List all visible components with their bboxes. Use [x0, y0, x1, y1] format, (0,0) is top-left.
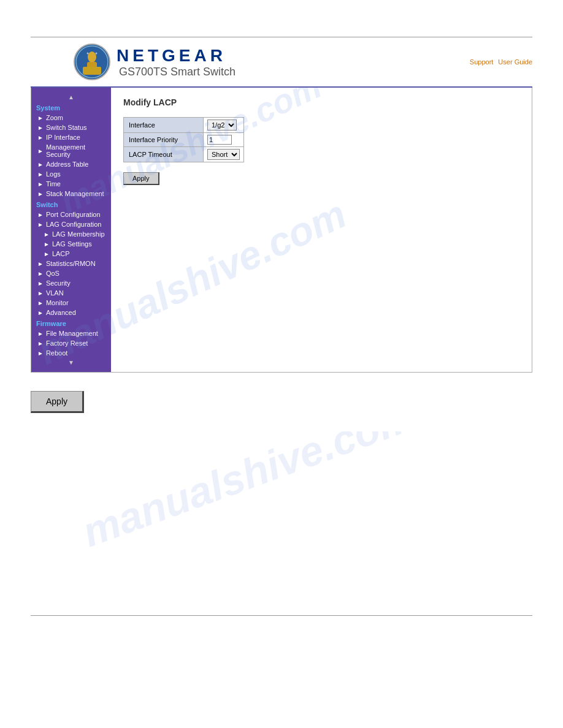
management-security-link[interactable]: Management Security	[46, 143, 107, 158]
address-table-link[interactable]: Address Table	[46, 161, 89, 168]
bullet-security: ►	[37, 280, 44, 287]
main-container: ▲ System ► Zoom ► Switch Status ► IP Int…	[31, 88, 532, 373]
stack-management-link[interactable]: Stack Management	[46, 190, 104, 197]
support-link[interactable]: Support	[470, 58, 494, 66]
sidebar-item-lacp[interactable]: ► LACP	[31, 249, 111, 259]
time-link[interactable]: Time	[46, 180, 61, 188]
interface-row: Interface 1/g1 1/g2 1/g3 1/g4	[124, 118, 244, 133]
bullet-mgmt-sec: ►	[37, 148, 44, 154]
priority-label: Interface Priority	[124, 133, 204, 147]
svg-point-5	[87, 53, 89, 55]
page-title: Modify LACP	[123, 97, 519, 107]
priority-input[interactable]	[207, 135, 232, 145]
switch-section-title: Switch	[31, 199, 111, 210]
bullet-ip-interface: ►	[37, 134, 44, 141]
netgear-logo	[74, 44, 110, 80]
priority-row: Interface Priority	[124, 133, 244, 147]
logs-link[interactable]: Logs	[46, 170, 61, 178]
timeout-value-cell: Short Long	[204, 147, 244, 162]
sidebar-item-management-security[interactable]: ► Management Security	[31, 142, 111, 159]
header: NETGEAR GS700TS Smart Switch Support Use…	[0, 37, 563, 86]
content-area-wrapper: manualshive.com manualshive.com ▲ System…	[0, 88, 563, 413]
port-configuration-link[interactable]: Port Configuration	[46, 211, 101, 218]
sidebar-item-file-management[interactable]: ► File Management	[31, 328, 111, 338]
sidebar-item-statistics-rmon[interactable]: ► Statistics/RMON	[31, 259, 111, 268]
bullet-monitor: ►	[37, 300, 44, 306]
sidebar-item-ip-interface[interactable]: ► IP Interface	[31, 132, 111, 142]
sidebar-item-lag-membership[interactable]: ► LAG Membership	[31, 229, 111, 239]
bullet-factory-reset: ►	[37, 340, 44, 347]
sidebar-item-lag-config[interactable]: ► LAG Configuration	[31, 219, 111, 229]
bullet-logs: ►	[37, 171, 44, 178]
product-name: GS700TS Smart Switch	[119, 66, 236, 78]
svg-rect-3	[87, 62, 97, 69]
bullet-lag-config: ►	[37, 221, 44, 228]
sidebar-item-address-table[interactable]: ► Address Table	[31, 159, 111, 169]
main-content: Modify LACP Interface 1/g1 1/g2 1/g3 1/g…	[111, 88, 532, 372]
sidebar-item-logs[interactable]: ► Logs	[31, 169, 111, 179]
bullet-file-mgmt: ►	[37, 330, 44, 337]
sidebar-item-lag-settings[interactable]: ► LAG Settings	[31, 239, 111, 249]
file-management-link[interactable]: File Management	[46, 330, 98, 337]
watermark-bottom: manualshive.com	[76, 431, 421, 556]
bullet-stats: ►	[37, 260, 44, 267]
sidebar-item-qos[interactable]: ► QoS	[31, 268, 111, 278]
system-section-title: System	[31, 102, 111, 113]
vlan-link[interactable]: VLAN	[46, 289, 64, 297]
sidebar-item-security[interactable]: ► Security	[31, 278, 111, 288]
sidebar-item-factory-reset[interactable]: ► Factory Reset	[31, 338, 111, 348]
sidebar-item-stack-management[interactable]: ► Stack Management	[31, 189, 111, 199]
sidebar-item-time[interactable]: ► Time	[31, 179, 111, 189]
header-links: Support User Guide	[470, 58, 532, 66]
reboot-link[interactable]: Reboot	[46, 349, 67, 357]
header-left: NETGEAR GS700TS Smart Switch	[74, 44, 236, 80]
lag-settings-link[interactable]: LAG Settings	[52, 240, 92, 248]
user-guide-link[interactable]: User Guide	[498, 58, 532, 66]
brand-name: NETGEAR	[117, 46, 236, 66]
bullet-lag-membership: ►	[44, 231, 50, 238]
timeout-row: LACP Timeout Short Long	[124, 147, 244, 162]
qos-link[interactable]: QoS	[46, 270, 59, 277]
advanced-link[interactable]: Advanced	[46, 309, 76, 316]
sidebar-item-monitor[interactable]: ► Monitor	[31, 298, 111, 308]
sidebar-item-advanced[interactable]: ► Advanced	[31, 308, 111, 317]
bullet-stack-mgmt: ►	[37, 191, 44, 197]
monitor-link[interactable]: Monitor	[46, 299, 69, 306]
interface-value-cell: 1/g1 1/g2 1/g3 1/g4	[204, 118, 244, 133]
sidebar-item-reboot[interactable]: ► Reboot	[31, 348, 111, 358]
scroll-up-arrow[interactable]: ▲	[31, 93, 111, 102]
bullet-vlan: ►	[37, 290, 44, 297]
timeout-select[interactable]: Short Long	[207, 149, 240, 160]
sidebar-item-zoom[interactable]: ► Zoom	[31, 113, 111, 123]
statistics-rmon-link[interactable]: Statistics/RMON	[46, 260, 96, 267]
sidebar-item-switch-status[interactable]: ► Switch Status	[31, 123, 111, 132]
scroll-down-arrow[interactable]: ▼	[31, 358, 111, 367]
apply-button[interactable]: Apply	[123, 172, 159, 185]
lacp-form-table: Interface 1/g1 1/g2 1/g3 1/g4 Interface …	[123, 117, 244, 162]
bullet-zoom: ►	[37, 115, 44, 121]
brand-text: NETGEAR GS700TS Smart Switch	[117, 46, 236, 78]
sidebar-item-vlan[interactable]: ► VLAN	[31, 288, 111, 298]
factory-reset-link[interactable]: Factory Reset	[46, 339, 88, 347]
security-link[interactable]: Security	[46, 279, 71, 287]
svg-rect-4	[83, 70, 101, 75]
big-apply-button[interactable]: Apply	[31, 391, 84, 413]
sidebar: ▲ System ► Zoom ► Switch Status ► IP Int…	[31, 88, 111, 372]
interface-select[interactable]: 1/g1 1/g2 1/g3 1/g4	[207, 119, 237, 131]
bullet-lacp: ►	[44, 251, 50, 257]
bullet-port-config: ►	[37, 211, 44, 218]
sidebar-item-port-config[interactable]: ► Port Configuration	[31, 210, 111, 219]
ip-interface-link[interactable]: IP Interface	[46, 134, 80, 141]
lag-configuration-link[interactable]: LAG Configuration	[46, 221, 102, 228]
bottom-rule	[31, 615, 532, 616]
svg-point-6	[96, 53, 98, 55]
firmware-section-title: Firmware	[31, 317, 111, 328]
interface-label: Interface	[124, 118, 204, 133]
lacp-link[interactable]: LACP	[52, 250, 70, 257]
lag-membership-link[interactable]: LAG Membership	[52, 230, 105, 238]
timeout-label: LACP Timeout	[124, 147, 204, 162]
zoom-link[interactable]: Zoom	[46, 114, 63, 121]
switch-status-link[interactable]: Switch Status	[46, 124, 87, 131]
bullet-reboot: ►	[37, 350, 44, 357]
bullet-lag-settings: ►	[44, 241, 50, 248]
